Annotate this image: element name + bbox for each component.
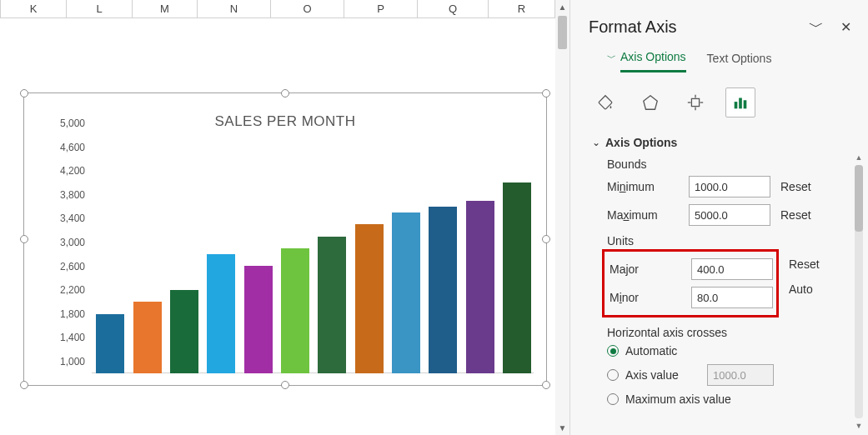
panel-scrollbar[interactable]: ▲ ▼ [853, 152, 865, 432]
y-tick-label: 4,600 [60, 142, 85, 153]
scroll-thumb[interactable] [855, 165, 863, 232]
y-tick-label: 4,200 [60, 165, 85, 177]
selection-handle[interactable] [20, 381, 28, 389]
y-tick-label: 5,000 [60, 118, 85, 129]
radio-axis-value[interactable]: Axis value [592, 361, 858, 389]
radio-automatic[interactable]: Automatic [592, 341, 858, 361]
column-header[interactable]: K [0, 0, 67, 18]
major-input[interactable] [691, 258, 773, 280]
units-label: Units [592, 229, 858, 249]
bar[interactable] [503, 182, 531, 373]
axis-options-header[interactable]: ⌄ Axis Options [592, 132, 858, 152]
effects-icon[interactable] [635, 88, 665, 118]
column-header[interactable]: P [344, 0, 418, 18]
reset-minimum-button[interactable]: Reset [777, 180, 811, 193]
reset-maximum-button[interactable]: Reset [777, 208, 811, 222]
bar[interactable] [355, 224, 384, 373]
y-tick-label: 2,200 [60, 284, 85, 296]
fill-icon[interactable] [590, 88, 620, 118]
column-headers: KLMNOPQR [0, 0, 569, 18]
close-icon[interactable]: ✕ [840, 19, 851, 35]
selection-handle[interactable] [20, 89, 28, 98]
bar[interactable] [429, 207, 457, 373]
tab-axis-options[interactable]: Axis Options [620, 50, 686, 72]
bounds-label: Bounds [592, 152, 858, 172]
bar[interactable] [133, 302, 162, 373]
units-highlight: Major Minor [602, 249, 779, 318]
maximum-label: Maximum [607, 208, 682, 222]
scroll-thumb[interactable] [558, 16, 567, 49]
minor-input[interactable] [691, 287, 773, 308]
caret-down-icon: ⌄ [592, 137, 600, 148]
axis-options-icon[interactable] [725, 88, 755, 118]
radio-icon [607, 345, 619, 357]
y-tick-label: 1,400 [60, 332, 85, 343]
bars-area[interactable] [92, 137, 534, 373]
selection-handle[interactable] [20, 235, 28, 243]
y-axis[interactable]: 1,0001,4001,8002,2002,6003,0003,4003,800… [53, 137, 90, 373]
vertical-scrollbar[interactable]: ▲ ▼ [555, 0, 569, 435]
axis-value-input [707, 364, 774, 386]
selection-handle[interactable] [281, 381, 289, 389]
y-tick-label: 3,800 [60, 189, 85, 201]
scroll-up-arrow[interactable]: ▲ [853, 152, 865, 163]
reset-major-button[interactable]: Reset [785, 258, 820, 271]
selection-handle[interactable] [542, 381, 550, 389]
y-tick-label: 3,400 [60, 212, 85, 224]
bar[interactable] [281, 248, 309, 373]
radio-label: Axis value [625, 368, 700, 382]
scroll-down-arrow[interactable]: ▼ [853, 420, 865, 432]
svg-rect-7 [739, 98, 742, 109]
tab-text-options[interactable]: Text Options [707, 52, 772, 72]
radio-label: Automatic [625, 344, 677, 358]
svg-rect-1 [691, 98, 699, 106]
bar[interactable] [96, 314, 124, 374]
radio-icon [607, 369, 619, 381]
chart-title[interactable]: SALES PER MONTH [24, 93, 546, 130]
section-title: Axis Options [605, 136, 677, 149]
scroll-up-arrow[interactable]: ▲ [555, 0, 569, 14]
axis-options-section: ⌄ Axis Options Bounds Minimum Reset Maxi… [570, 129, 868, 409]
size-icon[interactable] [680, 88, 710, 118]
bar[interactable] [466, 201, 494, 373]
radio-label: Maximum axis value [625, 392, 731, 406]
chart-object[interactable]: SALES PER MONTH 1,0001,4001,8002,2002,60… [23, 92, 547, 386]
minimum-input[interactable] [689, 176, 770, 198]
radio-maximum-axis-value[interactable]: Maximum axis value [592, 389, 858, 409]
chevron-down-icon[interactable]: ﹀ [809, 17, 824, 37]
plot-area: 1,0001,4001,8002,2002,6003,0003,4003,800… [53, 137, 534, 373]
format-axis-panel: Format Axis ﹀ ✕ ﹀ Axis Options Text Opti… [569, 0, 868, 435]
column-header[interactable]: N [198, 0, 271, 18]
radio-icon [607, 393, 619, 405]
column-header[interactable]: R [489, 0, 555, 18]
svg-rect-8 [744, 100, 747, 108]
y-tick-label: 1,000 [60, 356, 85, 368]
bar[interactable] [207, 254, 235, 373]
column-header[interactable]: L [67, 0, 133, 18]
format-category-icons [570, 72, 868, 129]
svg-marker-0 [644, 96, 658, 110]
maximum-input[interactable] [689, 204, 770, 226]
bar[interactable] [170, 290, 198, 373]
scroll-down-arrow[interactable]: ▼ [555, 421, 569, 435]
column-header[interactable]: Q [418, 0, 489, 18]
svg-rect-6 [735, 102, 738, 108]
bar[interactable] [392, 212, 420, 373]
bar[interactable] [244, 266, 273, 373]
auto-minor-label: Auto [785, 281, 820, 296]
y-tick-label: 2,600 [60, 261, 85, 272]
spreadsheet-area: KLMNOPQR SALES PER MONTH 1,0001,4001,800… [0, 0, 569, 435]
column-header[interactable]: O [271, 0, 344, 18]
selection-handle[interactable] [281, 89, 289, 98]
panel-title: Format Axis [589, 18, 677, 37]
y-tick-label: 1,800 [60, 308, 85, 320]
column-header[interactable]: M [133, 0, 198, 18]
y-tick-label: 3,000 [60, 237, 85, 248]
panel-tabs: ﹀ Axis Options Text Options [570, 45, 868, 72]
horizontal-axis-crosses-label: Horizontal axis crosses [592, 318, 858, 341]
selection-handle[interactable] [542, 235, 550, 243]
minor-label: Minor [610, 291, 685, 304]
bar[interactable] [318, 237, 346, 373]
selection-handle[interactable] [542, 89, 550, 98]
tab-caret-icon: ﹀ [607, 52, 616, 71]
